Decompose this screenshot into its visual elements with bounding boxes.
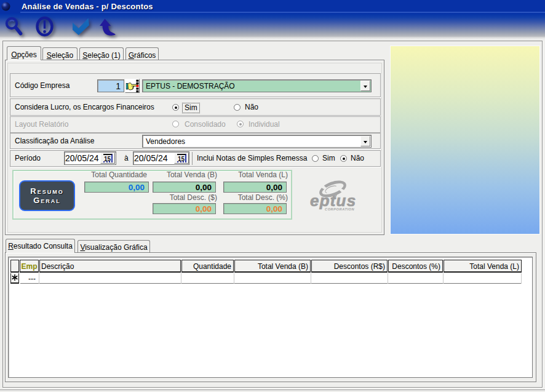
svg-text:CORPORATION: CORPORATION: [325, 207, 354, 211]
